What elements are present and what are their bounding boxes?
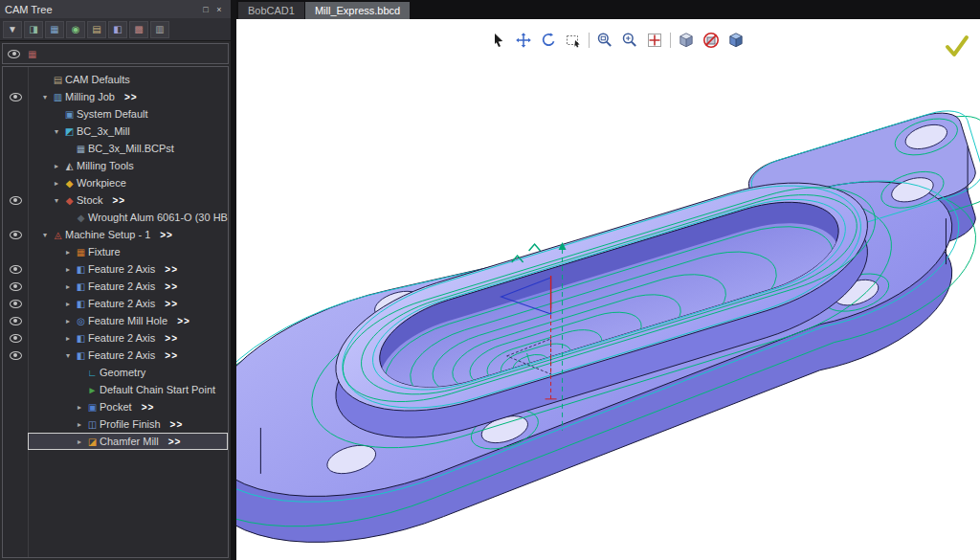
tree-row: ▸◧Feature 2 Axis>> [3, 260, 228, 278]
tree-row: ▦BC_3x_Mill.BCPst [3, 140, 228, 157]
tree-item-bc-3x-mill[interactable]: ▾◩BC_3x_Mill [28, 123, 228, 140]
report-icon[interactable]: ▩ [129, 21, 148, 38]
viewport[interactable] [236, 19, 980, 560]
expand-arrow-icon[interactable]: ▸ [74, 403, 85, 412]
tree-item-feature-2-axis[interactable]: ▾◧Feature 2 Axis>> [28, 347, 228, 364]
tree-item-chamfer-mill[interactable]: ▸◪Chamfer Mill>> [28, 433, 228, 450]
split-view-icon[interactable]: ◨ [24, 21, 43, 38]
visibility-eye-icon[interactable] [3, 265, 28, 274]
model-canvas[interactable] [236, 19, 980, 560]
collapse-arrow-icon[interactable]: ▾ [51, 196, 62, 205]
tree-item-label: Feature 2 Axis [88, 349, 155, 361]
expand-arrow-icon[interactable]: ▸ [62, 265, 74, 274]
tree-item-label: Wrought Alum 6061-O (30 HB) [88, 212, 229, 223]
tree-item-suffix: >> [160, 230, 173, 240]
expand-arrow-icon[interactable]: ▸ [62, 248, 74, 257]
tree-row: ▸◫Profile Finish>> [3, 415, 228, 433]
window-select-icon[interactable] [564, 31, 583, 50]
tab-mill-express-bbcd[interactable]: Mill_Express.bbcd [305, 2, 410, 19]
machining-order-icon[interactable]: ▦ [45, 21, 64, 38]
tree-item-feature-mill-hole[interactable]: ▸◎Feature Mill Hole>> [28, 312, 228, 329]
tree-item-profile-finish[interactable]: ▸◫Profile Finish>> [28, 415, 228, 433]
expand-arrow-icon[interactable]: ▸ [62, 300, 74, 308]
visibility-eye-icon[interactable] [3, 196, 28, 205]
zoom-target-icon[interactable] [645, 31, 664, 50]
collapse-arrow-icon[interactable]: ▾ [39, 231, 51, 239]
confirm-check-icon[interactable] [944, 33, 970, 59]
tree-collapse-icon[interactable]: ▼ [3, 21, 22, 38]
expand-arrow-icon[interactable]: ▸ [74, 420, 85, 429]
tree-item-label: Stock [77, 194, 103, 206]
tree-item-milling-job[interactable]: ▾▥Milling Job>> [28, 88, 228, 105]
expand-arrow-icon[interactable]: ▸ [74, 437, 85, 446]
tree-row: ▸▣Pocket>> [3, 398, 228, 415]
visibility-eye-icon[interactable] [3, 351, 28, 360]
expand-arrow-icon[interactable]: ▸ [62, 282, 74, 291]
expand-arrow-icon[interactable]: ▸ [51, 179, 62, 188]
expand-arrow-icon[interactable]: ▸ [62, 317, 74, 325]
settings-icon[interactable]: ▥ [150, 21, 169, 38]
tree-item-feature-2-axis[interactable]: ▸◧Feature 2 Axis>> [28, 278, 228, 295]
tab-bobcad1[interactable]: BobCAD1 [238, 2, 304, 19]
collapse-arrow-icon[interactable]: ▾ [39, 93, 51, 101]
shaded-view-icon[interactable] [726, 31, 746, 50]
expand-arrow-icon[interactable]: ▸ [51, 162, 62, 170]
tree-item-stock[interactable]: ▾◆Stock>> [28, 191, 228, 209]
cam-tree-titlebar-icons: □× [199, 5, 226, 14]
tree-row: ▾◧Feature 2 Axis>> [3, 347, 228, 364]
tree-row: ▤CAM Defaults [3, 71, 228, 88]
tree-row: ◆Wrought Alum 6061-O (30 HB) [3, 209, 228, 226]
hide-entities-icon[interactable] [702, 31, 721, 50]
simulate-icon[interactable]: ◉ [66, 21, 85, 38]
visibility-eye-icon[interactable] [3, 282, 28, 291]
select-cursor-icon[interactable] [489, 31, 508, 50]
pan-icon[interactable] [514, 31, 533, 50]
tree-item-suffix: >> [142, 402, 155, 413]
tree-item-pocket[interactable]: ▸▣Pocket>> [28, 398, 228, 415]
tree-item-suffix: >> [170, 419, 184, 430]
tree-item-bc-3x-mill-bcpst[interactable]: ▦BC_3x_Mill.BCPst [28, 140, 228, 157]
order-column-icon[interactable]: ▦ [28, 49, 36, 59]
collapse-arrow-icon[interactable]: ▾ [62, 351, 74, 360]
tree-item-label: Geometry [100, 367, 145, 378]
tree-item-label: Fixture [88, 246, 121, 258]
tree-item-system-default[interactable]: ▣System Default [28, 105, 228, 123]
visibility-column-icon[interactable] [8, 50, 20, 58]
visibility-eye-icon[interactable] [3, 334, 28, 343]
milling-tools-icon: ◭ [62, 161, 77, 171]
tree-item-workpiece[interactable]: ▸◆Workpiece [28, 174, 228, 191]
tree-item-wrought-alum-6061-o-30-hb[interactable]: ◆Wrought Alum 6061-O (30 HB) [28, 209, 228, 226]
visibility-eye-icon[interactable] [3, 300, 28, 308]
visibility-eye-icon[interactable] [3, 93, 28, 101]
stock-wizard-icon[interactable]: ▤ [87, 21, 106, 38]
rotate-icon[interactable] [539, 31, 558, 50]
tree-item-machine-setup-1[interactable]: ▾◬Machine Setup - 1>> [28, 226, 228, 243]
geometry-icon: ∟ [85, 368, 100, 378]
zoom-window-icon[interactable] [595, 31, 614, 50]
feature-2axis-icon: ◧ [74, 299, 88, 309]
cam-defaults-icon: ▤ [51, 75, 65, 85]
expand-arrow-icon[interactable]: ▸ [62, 334, 74, 343]
tree-item-default-chain-start-point[interactable]: ►Default Chain Start Point [28, 381, 228, 398]
close-icon[interactable]: × [212, 5, 226, 14]
tree-item-feature-2-axis[interactable]: ▸◧Feature 2 Axis>> [28, 295, 228, 312]
pin-icon[interactable]: □ [199, 5, 212, 14]
machine-icon: ◩ [62, 126, 77, 137]
tree-row: ∟Geometry [3, 364, 228, 381]
iso-view-icon[interactable] [677, 31, 696, 50]
tree-item-feature-2-axis[interactable]: ▸◧Feature 2 Axis>> [28, 260, 228, 278]
zoom-extents-icon[interactable] [620, 31, 639, 50]
chamfer-mill-icon: ◪ [85, 437, 100, 447]
post-icon[interactable]: ◧ [108, 21, 127, 38]
tree-item-label: Profile Finish [100, 418, 161, 430]
collapse-arrow-icon[interactable]: ▾ [51, 127, 62, 136]
tree-item-label: Milling Job [65, 91, 115, 102]
tree-item-fixture[interactable]: ▸▦Fixture [28, 243, 228, 260]
tree-item-cam-defaults[interactable]: ▤CAM Defaults [28, 71, 228, 88]
tree-item-feature-2-axis[interactable]: ▸◧Feature 2 Axis>> [28, 329, 228, 347]
tree-item-geometry[interactable]: ∟Geometry [28, 364, 228, 381]
feature-2axis-icon: ◧ [74, 281, 88, 292]
tree-item-milling-tools[interactable]: ▸◭Milling Tools [28, 157, 228, 174]
visibility-eye-icon[interactable] [3, 231, 28, 239]
visibility-eye-icon[interactable] [3, 317, 28, 325]
